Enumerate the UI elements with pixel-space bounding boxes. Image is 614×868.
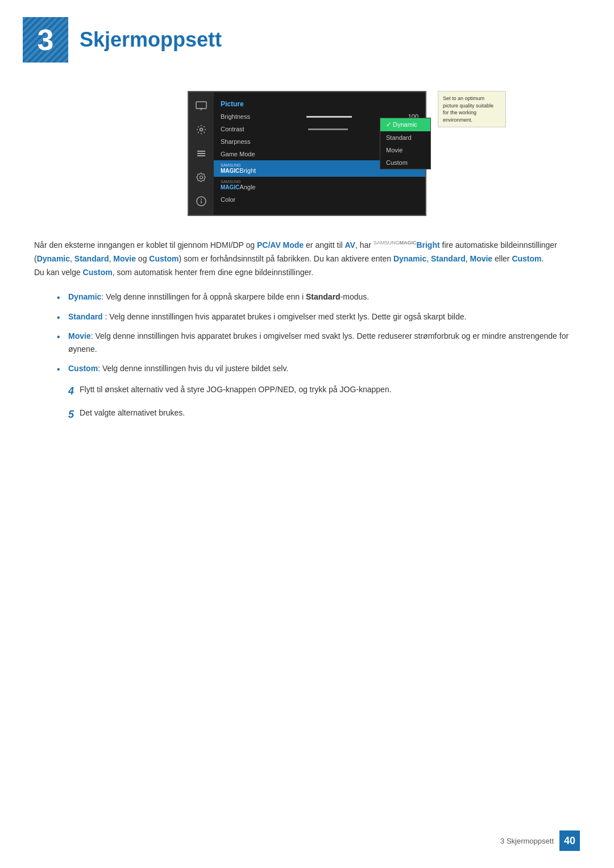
movie-inline: Movie [113, 254, 136, 263]
list-item-standard: Standard : Velg denne innstillingen hvis… [57, 310, 580, 323]
standard-bullet-label: Standard [68, 312, 103, 321]
pcav-mode-bold: PC/AV Mode [257, 240, 304, 250]
svg-point-3 [200, 128, 203, 131]
color-label: Color [221, 196, 235, 203]
bright-bold: Bright [416, 240, 439, 250]
chapter-number-box: 3 [23, 17, 68, 63]
intro-paragraph: Når den eksterne inngangen er koblet til… [34, 239, 580, 279]
custom2-inline: Custom [512, 254, 541, 263]
dropdown-item-movie: Movie [380, 144, 430, 156]
dropdown-item-dynamic: Dynamic [380, 118, 430, 131]
footer-chapter-label: 3 Skjermoppsett [500, 837, 554, 845]
dynamic-inline: Dynamic [37, 254, 70, 263]
menu-title: Picture [214, 98, 425, 110]
samsung-magic-inline: SAMSUNGMAGIC [374, 240, 417, 250]
brightness-label: Brightness [221, 113, 250, 120]
sidebar-icon-menu [193, 146, 209, 161]
dynamic-bullet-end: -modus. [341, 292, 370, 301]
footer-page-number: 40 [559, 830, 580, 851]
standard-bullet-text: : Velg denne innstillingen hvis apparate… [103, 312, 467, 321]
menu-item-color: Color [214, 193, 425, 206]
contrast-bar [308, 128, 348, 130]
dropdown-menu: Dynamic Standard Movie Custom [380, 118, 431, 169]
movie-bullet-text: : Velg denne innstillingen hvis apparate… [68, 331, 569, 353]
standard-inline: Standard [74, 254, 109, 263]
step-4: 4 Flytt til ønsket alternativ ved å styr… [34, 383, 580, 400]
movie-bullet-label: Movie [68, 331, 91, 340]
custom3-inline: Custom [83, 268, 113, 277]
menu-item-magicangle: SAMSUNG MAGICAngle [214, 177, 425, 193]
monitor-sidebar [189, 92, 214, 215]
sidebar-icon-info [193, 193, 209, 209]
list-item-custom: Custom: Velg denne innstillingen hvis du… [57, 362, 580, 375]
dropdown-item-custom: Custom [380, 156, 430, 169]
numbered-steps: 4 Flytt til ønsket alternativ ved å styr… [34, 383, 580, 423]
chapter-number: 3 [38, 23, 54, 57]
list-item-movie: Movie: Velg denne innstillingen hvis app… [57, 330, 580, 355]
step-number-5: 5 [34, 406, 74, 423]
list-item-dynamic: Dynamic: Velg denne innstillingen for å … [57, 290, 580, 303]
dynamic-bullet-label: Dynamic [68, 292, 101, 301]
brightness-bar [306, 116, 352, 118]
page-header: 3 Skjermoppsett [0, 0, 614, 74]
gamemode-label: Game Mode [221, 151, 255, 157]
screenshot-container: Picture Brightness 100 Contrast 75 Sharp… [0, 91, 614, 216]
monitor-menu-content: Picture Brightness 100 Contrast 75 Sharp… [214, 92, 425, 215]
tooltip-box: Set to an optimum picture quality suitab… [438, 91, 506, 127]
svg-point-7 [200, 176, 203, 179]
standard-ref: Standard [306, 292, 341, 301]
sharpness-label: Sharpness [221, 138, 251, 145]
page-footer: 3 Skjermoppsett 40 [500, 830, 580, 851]
svg-rect-0 [196, 102, 206, 109]
magicangle-label: SAMSUNG MAGICAngle [221, 180, 255, 190]
tooltip-text: Set to an optimum picture quality suitab… [443, 95, 493, 123]
contrast-label: Contrast [221, 126, 244, 132]
step-5: 5 Det valgte alternativet brukes. [34, 406, 580, 423]
step-number-4: 4 [34, 383, 74, 400]
movie2-inline: Movie [470, 254, 492, 263]
svg-point-10 [201, 199, 202, 200]
step-5-text: Det valgte alternativet brukes. [80, 406, 185, 419]
av-bold: AV [345, 240, 355, 250]
magicbright-label: SAMSUNG MAGICBright [221, 163, 256, 174]
sidebar-icon-settings [193, 122, 209, 138]
bullet-list: Dynamic: Velg denne innstillingen for å … [57, 290, 580, 375]
custom-inline: Custom [149, 254, 179, 263]
custom-bullet-label: Custom [68, 364, 98, 373]
sidebar-icon-gear [193, 169, 209, 185]
sidebar-icon-monitor [193, 98, 209, 114]
monitor-ui: Picture Brightness 100 Contrast 75 Sharp… [188, 91, 426, 216]
body-content: Når den eksterne inngangen er koblet til… [0, 239, 614, 423]
step-4-text: Flytt til ønsket alternativ ved å styre … [80, 383, 392, 396]
dynamic-bullet-text: : Velg denne innstillingen for å oppnå s… [101, 292, 306, 301]
chapter-title: Skjermoppsett [80, 28, 222, 52]
custom-bullet-text: : Velg denne innstillingen hvis du vil j… [98, 364, 288, 373]
dropdown-item-standard: Standard [380, 131, 430, 144]
standard2-inline: Standard [431, 254, 466, 263]
dynamic2-inline: Dynamic [393, 254, 426, 263]
